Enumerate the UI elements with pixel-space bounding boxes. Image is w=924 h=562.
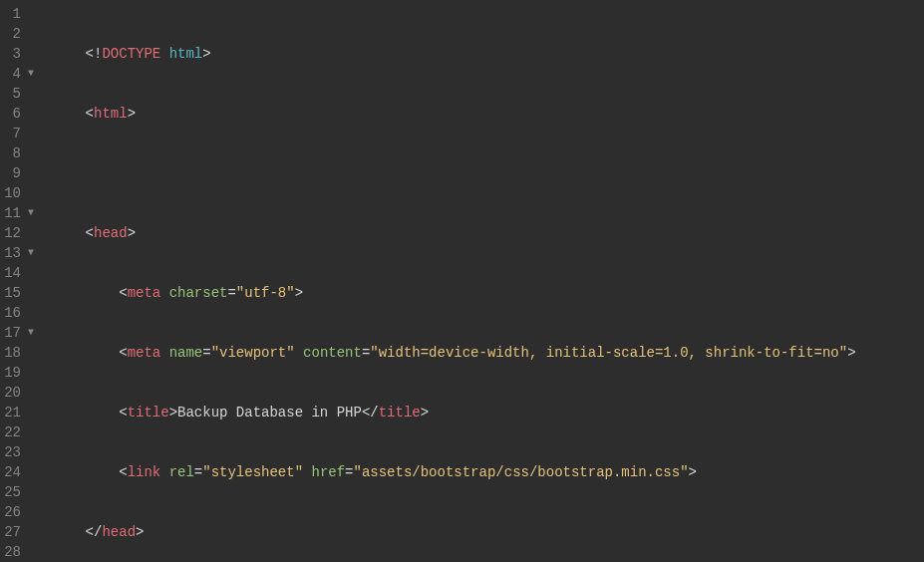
- line-number[interactable]: 13▼: [4, 243, 34, 263]
- line-number[interactable]: 1: [4, 4, 34, 24]
- code-line: <meta name="viewport" content="width=dev…: [52, 343, 924, 363]
- fold-icon[interactable]: ▼: [24, 243, 34, 263]
- line-number[interactable]: 8: [4, 143, 34, 163]
- code-line: <title>Backup Database in PHP</title>: [52, 403, 924, 422]
- code-line: <!DOCTYPE html>: [52, 44, 924, 64]
- line-number[interactable]: 24: [4, 462, 34, 482]
- line-number[interactable]: 14: [4, 263, 34, 283]
- code-editor[interactable]: <!DOCTYPE html> <html> <head> <meta char…: [42, 0, 924, 562]
- line-number[interactable]: 21: [4, 403, 34, 422]
- code-line: <link rel="stylesheet" href="assets/boot…: [52, 462, 924, 482]
- fold-icon[interactable]: ▼: [24, 203, 34, 223]
- line-number[interactable]: 22: [4, 422, 34, 442]
- line-number[interactable]: 18: [4, 343, 34, 363]
- line-number[interactable]: 20: [4, 383, 34, 403]
- line-number[interactable]: 2: [4, 24, 34, 44]
- line-number[interactable]: 26: [4, 502, 34, 522]
- line-number[interactable]: 4▼: [4, 64, 34, 84]
- line-number[interactable]: 10: [4, 183, 34, 203]
- line-number[interactable]: 6: [4, 104, 34, 124]
- line-number[interactable]: 7: [4, 124, 34, 143]
- line-number[interactable]: 12: [4, 223, 34, 243]
- code-line: <meta charset="utf-8">: [52, 283, 924, 303]
- line-number[interactable]: 17▼: [4, 323, 34, 343]
- line-number[interactable]: 5: [4, 84, 34, 104]
- code-line: </head>: [52, 522, 924, 542]
- fold-icon[interactable]: ▼: [24, 64, 34, 84]
- code-line: <html>: [52, 104, 924, 124]
- fold-icon[interactable]: ▼: [24, 323, 34, 343]
- line-number[interactable]: 27: [4, 522, 34, 542]
- line-number[interactable]: 11▼: [4, 203, 34, 223]
- code-line: [52, 163, 924, 183]
- line-number-gutter[interactable]: 1 2 3 4▼ 5 6 7 8 9 10 11▼ 12 13▼ 14 15 1…: [0, 0, 42, 562]
- line-number[interactable]: 28: [4, 542, 34, 562]
- code-line: <head>: [52, 223, 924, 243]
- line-number[interactable]: 16: [4, 303, 34, 323]
- line-number[interactable]: 3: [4, 44, 34, 64]
- line-number[interactable]: 15: [4, 283, 34, 303]
- line-number[interactable]: 19: [4, 363, 34, 383]
- line-number[interactable]: 9: [4, 163, 34, 183]
- line-number[interactable]: 25: [4, 482, 34, 502]
- line-number[interactable]: 23: [4, 442, 34, 462]
